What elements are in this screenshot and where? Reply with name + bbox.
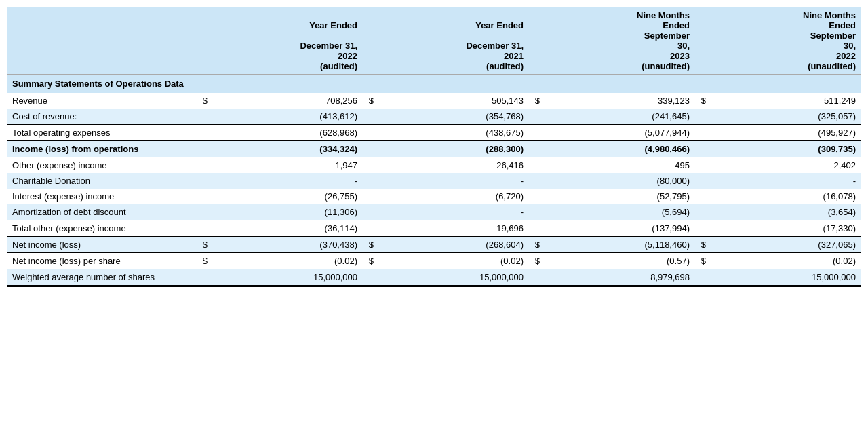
value-cell: (0.02) bbox=[375, 253, 529, 269]
row-label: Amortization of debt discount bbox=[7, 204, 197, 220]
value-cell: (325,057) bbox=[707, 109, 861, 125]
dollar-sign-cell bbox=[197, 141, 209, 157]
dollar-sign-cell bbox=[363, 220, 375, 237]
row-label: Weighted average number of shares bbox=[7, 269, 197, 286]
dollar-sign-cell bbox=[363, 125, 375, 141]
value-cell: (16,078) bbox=[707, 189, 861, 204]
table-row: Other (expense) income1,94726,4164952,40… bbox=[7, 157, 861, 174]
dollar-sign-cell bbox=[363, 269, 375, 286]
section-header-row: Summary Statements of Operations Data bbox=[7, 75, 861, 94]
dollar-sign-cell bbox=[197, 189, 209, 204]
table-row: Revenue$708,256$505,143$339,123$511,249 bbox=[7, 93, 861, 109]
value-cell: 15,000,000 bbox=[707, 269, 861, 286]
dollar-sign-cell bbox=[695, 269, 707, 286]
dollar-sign-cell bbox=[695, 109, 707, 125]
value-cell: - bbox=[375, 204, 529, 220]
dollar-sign-cell: $ bbox=[197, 93, 209, 109]
header-nm2023: Nine Months Ended September 30, 2023 (un… bbox=[529, 7, 695, 75]
dollar-sign-cell bbox=[363, 204, 375, 220]
table-row: Amortization of debt discount(11,306)-(5… bbox=[7, 204, 861, 220]
dollar-sign-cell bbox=[695, 141, 707, 157]
row-label: Net income (loss) bbox=[7, 237, 197, 253]
value-cell: (5,118,460) bbox=[541, 237, 695, 253]
value-cell: (354,768) bbox=[375, 109, 529, 125]
value-cell: - bbox=[707, 173, 861, 189]
dollar-sign-cell bbox=[197, 204, 209, 220]
dollar-sign-cell bbox=[529, 109, 541, 125]
financial-statements-table: Year Ended December 31, 2022 (audited) Y… bbox=[7, 7, 861, 287]
dollar-sign-cell bbox=[529, 173, 541, 189]
dollar-sign-cell bbox=[363, 173, 375, 189]
value-cell: (137,994) bbox=[541, 220, 695, 237]
dollar-sign-cell bbox=[695, 189, 707, 204]
dollar-sign-cell bbox=[197, 125, 209, 141]
value-cell: 19,696 bbox=[375, 220, 529, 237]
dollar-sign-cell bbox=[529, 204, 541, 220]
value-cell: (327,065) bbox=[707, 237, 861, 253]
dollar-sign-cell: $ bbox=[695, 237, 707, 253]
row-label: Total operating expenses bbox=[7, 125, 197, 141]
dollar-sign-cell bbox=[695, 125, 707, 141]
dollar-sign-cell: $ bbox=[197, 237, 209, 253]
dollar-sign-cell bbox=[529, 125, 541, 141]
dollar-sign-cell bbox=[529, 189, 541, 204]
dollar-sign-cell: $ bbox=[529, 237, 541, 253]
dollar-sign-cell bbox=[529, 157, 541, 174]
value-cell: (288,300) bbox=[375, 141, 529, 157]
value-cell: (495,927) bbox=[707, 125, 861, 141]
dollar-sign-cell bbox=[197, 173, 209, 189]
dollar-sign-cell bbox=[529, 141, 541, 157]
value-cell: (26,755) bbox=[209, 189, 363, 204]
value-cell: 26,416 bbox=[375, 157, 529, 174]
table-row: Total operating expenses(628,968)(438,67… bbox=[7, 125, 861, 141]
dollar-sign-cell bbox=[529, 269, 541, 286]
dollar-sign-cell: $ bbox=[695, 93, 707, 109]
value-cell: (0.02) bbox=[707, 253, 861, 269]
value-cell: 511,249 bbox=[707, 93, 861, 109]
value-cell: (3,654) bbox=[707, 204, 861, 220]
value-cell: (80,000) bbox=[541, 173, 695, 189]
dollar-sign-cell bbox=[197, 109, 209, 125]
value-cell: (5,077,944) bbox=[541, 125, 695, 141]
dollar-sign-cell bbox=[695, 173, 707, 189]
value-cell: (413,612) bbox=[209, 109, 363, 125]
dollar-sign-cell: $ bbox=[529, 93, 541, 109]
dollar-sign-cell bbox=[363, 157, 375, 174]
dollar-sign-cell: $ bbox=[363, 237, 375, 253]
table-row: Cost of revenue:(413,612)(354,768)(241,6… bbox=[7, 109, 861, 125]
section-title: Summary Statements of Operations Data bbox=[7, 75, 861, 94]
value-cell: (268,604) bbox=[375, 237, 529, 253]
value-cell: 495 bbox=[541, 157, 695, 174]
dollar-sign-cell bbox=[695, 220, 707, 237]
dollar-sign-cell bbox=[363, 109, 375, 125]
table-row: Net income (loss) per share$(0.02)$(0.02… bbox=[7, 253, 861, 269]
value-cell: (36,114) bbox=[209, 220, 363, 237]
row-label: Income (loss) from operations bbox=[7, 141, 197, 157]
value-cell: (628,968) bbox=[209, 125, 363, 141]
dollar-sign-cell bbox=[197, 269, 209, 286]
row-label: Interest (expense) income bbox=[7, 189, 197, 204]
column-headers: Year Ended December 31, 2022 (audited) Y… bbox=[7, 7, 861, 75]
dollar-sign-cell: $ bbox=[197, 253, 209, 269]
header-ye2021: Year Ended December 31, 2021 (audited) bbox=[363, 7, 529, 75]
value-cell: (4,980,466) bbox=[541, 141, 695, 157]
dollar-sign-cell: $ bbox=[363, 253, 375, 269]
value-cell: 505,143 bbox=[375, 93, 529, 109]
dollar-sign-cell: $ bbox=[529, 253, 541, 269]
value-cell: (17,330) bbox=[707, 220, 861, 237]
row-label: Charitable Donation bbox=[7, 173, 197, 189]
table-row: Net income (loss)$(370,438)$(268,604)$(5… bbox=[7, 237, 861, 253]
row-label: Revenue bbox=[7, 93, 197, 109]
value-cell: - bbox=[209, 173, 363, 189]
header-label-col bbox=[7, 7, 197, 75]
dollar-sign-cell bbox=[197, 157, 209, 174]
row-label: Other (expense) income bbox=[7, 157, 197, 174]
table-row: Income (loss) from operations(334,324)(2… bbox=[7, 141, 861, 157]
value-cell: - bbox=[375, 173, 529, 189]
value-cell: (0.57) bbox=[541, 253, 695, 269]
header-ye2022: Year Ended December 31, 2022 (audited) bbox=[197, 7, 363, 75]
value-cell: (6,720) bbox=[375, 189, 529, 204]
value-cell: (52,795) bbox=[541, 189, 695, 204]
value-cell: 708,256 bbox=[209, 93, 363, 109]
header-nm2022: Nine Months Ended September 30, 2022 (un… bbox=[695, 7, 861, 75]
